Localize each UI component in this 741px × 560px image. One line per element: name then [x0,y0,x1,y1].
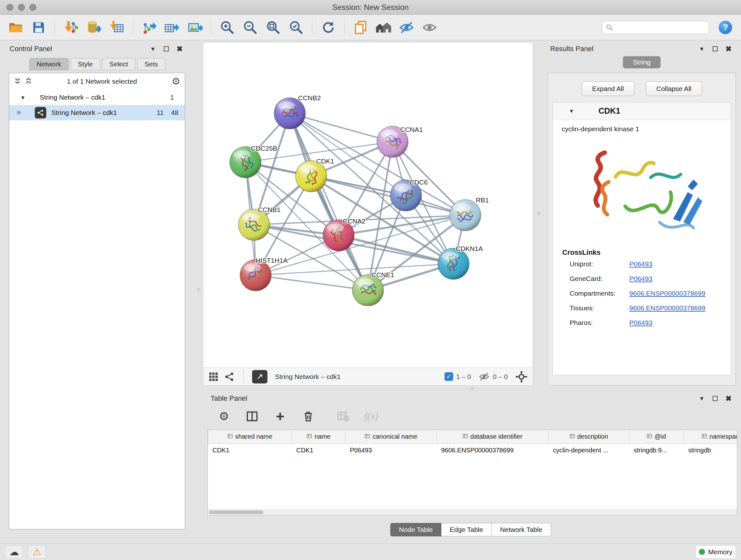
results-panel-float-button[interactable] [711,44,720,54]
center-view-crosshair-icon[interactable] [515,371,528,383]
export-image-button[interactable] [185,17,205,37]
network-edge-CDK1-RB1[interactable] [311,176,465,215]
collapse-all-icon[interactable] [14,77,21,85]
minimize-window-button[interactable] [18,4,25,11]
results-panel-close-button[interactable]: ✖ [724,44,733,54]
column-header-database-identifier[interactable]: database identifier [437,430,549,443]
network-node-CDK1[interactable] [295,161,327,192]
column-header-shared-name[interactable]: shared name [208,430,292,443]
network-node-CDKN1A[interactable] [438,248,469,279]
control-panel-menu-button[interactable]: ▾ [148,44,158,54]
network-node-RB1[interactable] [450,199,481,231]
crosslink-uniprot[interactable]: P06493 [629,260,652,268]
memory-button[interactable]: Memory [695,545,736,559]
table-cell[interactable]: CDK1 [292,443,346,457]
open-session-button[interactable] [6,17,25,37]
save-session-button[interactable] [29,17,49,37]
results-panel-menu-button[interactable]: ▾ [697,44,706,54]
tab-network[interactable]: Network [29,58,69,70]
tab-sets[interactable]: Sets [137,58,165,70]
crosslink-label: Compartments: [569,290,629,297]
table-panel-menu-button[interactable]: ▾ [697,394,706,403]
crosslink-tissues[interactable]: 9606.ENSP00000378699 [629,304,705,312]
export-table-button[interactable] [162,17,182,37]
network-edge-CCNE1-HIST1H1A[interactable] [256,275,368,290]
table-row[interactable]: CDK1CDK1P064939606.ENSP00000378699cyclin… [208,443,738,457]
selected-checkbox-icon[interactable]: ✓ [445,372,453,381]
help-button[interactable]: ? [719,21,732,34]
string-home-button[interactable] [374,17,394,37]
network-node-HIST1H1A[interactable] [240,260,271,291]
network-edge-CCNB2-CCNE1[interactable] [290,113,368,290]
tab-node-table[interactable]: Node Table [390,523,441,537]
function-builder-button[interactable]: f(x) [364,411,378,422]
section-collapse-button[interactable]: ▾ [570,107,573,115]
network-row[interactable]: String Network – cdk1 11 48 [9,105,185,120]
birdseye-grid-icon[interactable] [208,372,219,382]
zoom-window-button[interactable] [29,4,37,11]
apply-layout-button[interactable] [319,17,338,37]
hscrollbar-thumb[interactable] [209,510,263,514]
splitter-grip[interactable] [197,288,200,291]
zoom-in-button[interactable] [217,17,237,37]
column-header-name[interactable]: name [292,430,346,443]
export-network-button[interactable] [139,17,159,37]
crosslink-compartments[interactable]: 9606.ENSP00000378699 [629,290,705,297]
table-settings-button[interactable]: ⚙ [217,409,231,423]
import-table-file-button[interactable] [107,17,127,37]
warnings-button[interactable]: ⚠ [28,545,46,559]
table-cell[interactable]: cyclin-dependent ... [549,443,629,457]
control-panel-close-button[interactable]: ✖ [175,44,185,54]
column-header-label: canonical name [373,433,417,440]
network-canvas[interactable]: CCNB2CCNA1CDC25BCDK1CDC6RB1CCNB1CCNA2CDK… [203,43,533,368]
zoom-fit-button[interactable] [263,17,283,37]
table-cell[interactable]: stringdb [684,443,738,457]
table-panel-float-button[interactable] [711,394,720,403]
results-tab-string[interactable]: String [623,56,661,68]
column-header-description[interactable]: description [549,430,629,443]
network-node-CCNE1[interactable] [352,274,384,306]
network-options-button[interactable]: ⚙ [172,77,180,86]
zoom-selected-button[interactable] [286,17,306,37]
close-window-button[interactable] [6,4,13,11]
crosslink-genecard[interactable]: P06493 [629,275,652,283]
table-cell[interactable]: CDK1 [208,443,292,457]
expand-all-icon[interactable] [24,77,32,85]
column-header-canonical-name[interactable]: canonical name [346,430,437,443]
tab-select[interactable]: Select [102,58,135,70]
table-cell[interactable]: 9606.ENSP00000378699 [437,443,549,457]
network-node-CCNB2[interactable] [274,98,306,129]
tab-edge-table[interactable]: Edge Table [441,523,492,537]
expand-all-button[interactable]: Expand All [582,81,634,96]
collection-row[interactable]: ▾ String Network – cdk1 1 [9,90,185,105]
add-column-button[interactable]: + [273,409,287,423]
disclosure-triangle-icon[interactable]: ▾ [21,94,24,101]
table-hscrollbar[interactable] [208,509,737,515]
table-cell[interactable]: stringdb:9... [629,443,684,457]
show-graphics-button[interactable] [420,17,440,37]
column-header-namespace[interactable]: namespace [684,430,738,443]
splitter-grip[interactable] [470,387,474,390]
crosslink-pharos[interactable]: P06493 [629,319,652,327]
zoom-out-button[interactable] [240,17,260,37]
share-network-icon[interactable] [224,372,234,382]
tab-style[interactable]: Style [71,58,100,70]
toggle-columns-button[interactable] [245,409,259,423]
search-input[interactable] [616,23,705,31]
collapse-all-button[interactable]: Collapse All [646,81,702,96]
splitter-grip[interactable] [537,212,540,215]
network-node-CCNB1[interactable] [239,209,270,240]
delete-column-button[interactable] [301,409,315,423]
table-cell[interactable]: P06493 [346,443,437,457]
tab-network-table[interactable]: Network Table [492,523,551,537]
clear-table-button[interactable] [336,409,350,423]
control-panel-float-button[interactable] [161,44,171,54]
export-view-button[interactable]: ↗ [252,370,267,383]
column-header--id[interactable]: @id [629,430,684,443]
import-network-file-button[interactable] [61,17,81,37]
table-panel-close-button[interactable]: ✖ [724,394,733,403]
session-documents-button[interactable] [351,17,370,37]
import-network-database-button[interactable] [84,17,104,37]
hide-graphics-button[interactable] [397,17,416,37]
cloud-sync-button[interactable]: ☁ [5,545,23,559]
